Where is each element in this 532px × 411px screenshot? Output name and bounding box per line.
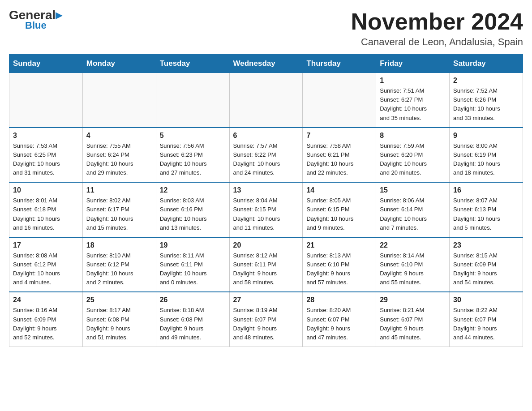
calendar-cell: 1Sunrise: 7:51 AMSunset: 6:27 PMDaylight…: [376, 73, 450, 128]
calendar-cell: [303, 73, 376, 128]
day-of-week-header: Tuesday: [156, 55, 229, 73]
day-info: Sunrise: 7:51 AMSunset: 6:27 PMDaylight:…: [380, 86, 446, 123]
day-info: Sunrise: 8:12 AMSunset: 6:11 PMDaylight:…: [233, 251, 299, 287]
day-info: Sunrise: 7:56 AMSunset: 6:23 PMDaylight:…: [160, 141, 226, 178]
day-info: Sunrise: 8:03 AMSunset: 6:16 PMDaylight:…: [160, 196, 226, 232]
day-number: 23: [453, 241, 519, 249]
calendar-cell: 30Sunrise: 8:22 AMSunset: 6:07 PMDayligh…: [450, 292, 523, 347]
day-number: 8: [380, 132, 446, 140]
day-number: 26: [160, 296, 226, 304]
day-number: 9: [453, 132, 519, 140]
day-info: Sunrise: 8:19 AMSunset: 6:07 PMDaylight:…: [233, 306, 299, 342]
day-number: 12: [160, 186, 226, 194]
days-of-week-row: SundayMondayTuesdayWednesdayThursdayFrid…: [9, 55, 523, 73]
day-number: 21: [306, 241, 372, 249]
day-info: Sunrise: 8:14 AMSunset: 6:10 PMDaylight:…: [380, 251, 446, 287]
calendar-cell: 5Sunrise: 7:56 AMSunset: 6:23 PMDaylight…: [156, 128, 229, 183]
day-of-week-header: Friday: [376, 55, 450, 73]
calendar-cell: 13Sunrise: 8:04 AMSunset: 6:15 PMDayligh…: [229, 182, 303, 237]
day-of-week-header: Sunday: [9, 55, 83, 73]
day-number: 22: [380, 241, 446, 249]
day-number: 6: [233, 132, 299, 140]
day-number: 1: [380, 77, 446, 85]
calendar-week-row: 3Sunrise: 7:53 AMSunset: 6:25 PMDaylight…: [9, 128, 523, 183]
calendar-cell: 4Sunrise: 7:55 AMSunset: 6:24 PMDaylight…: [82, 128, 156, 183]
day-info: Sunrise: 8:15 AMSunset: 6:09 PMDaylight:…: [453, 251, 519, 287]
day-number: 17: [13, 241, 79, 249]
calendar-cell: 11Sunrise: 8:02 AMSunset: 6:17 PMDayligh…: [82, 182, 156, 237]
day-number: 10: [13, 186, 79, 194]
calendar-cell: 28Sunrise: 8:20 AMSunset: 6:07 PMDayligh…: [303, 292, 376, 347]
day-of-week-header: Thursday: [303, 55, 376, 73]
day-info: Sunrise: 8:06 AMSunset: 6:14 PMDaylight:…: [380, 196, 446, 232]
calendar-cell: [156, 73, 229, 128]
day-of-week-header: Wednesday: [229, 55, 303, 73]
logo: General▸ Blue: [9, 9, 62, 31]
calendar-cell: 14Sunrise: 8:05 AMSunset: 6:15 PMDayligh…: [303, 182, 376, 237]
calendar-cell: 27Sunrise: 8:19 AMSunset: 6:07 PMDayligh…: [229, 292, 303, 347]
calendar-cell: 7Sunrise: 7:58 AMSunset: 6:21 PMDaylight…: [303, 128, 376, 183]
day-info: Sunrise: 8:16 AMSunset: 6:09 PMDaylight:…: [13, 306, 79, 342]
day-number: 14: [306, 186, 372, 194]
logo-triangle-icon: ▸: [56, 8, 62, 22]
calendar-cell: 29Sunrise: 8:21 AMSunset: 6:07 PMDayligh…: [376, 292, 450, 347]
day-number: 19: [160, 241, 226, 249]
day-number: 3: [13, 132, 79, 140]
title-block: November 2024 Canaveral de Leon, Andalus…: [351, 9, 523, 48]
calendar-table: SundayMondayTuesdayWednesdayThursdayFrid…: [9, 54, 523, 347]
day-info: Sunrise: 8:07 AMSunset: 6:13 PMDaylight:…: [453, 196, 519, 232]
day-of-week-header: Monday: [82, 55, 156, 73]
day-info: Sunrise: 7:55 AMSunset: 6:24 PMDaylight:…: [86, 141, 152, 178]
calendar-cell: 22Sunrise: 8:14 AMSunset: 6:10 PMDayligh…: [376, 237, 450, 292]
day-number: 24: [13, 296, 79, 304]
calendar-cell: 15Sunrise: 8:06 AMSunset: 6:14 PMDayligh…: [376, 182, 450, 237]
calendar-cell: 21Sunrise: 8:13 AMSunset: 6:10 PMDayligh…: [303, 237, 376, 292]
day-info: Sunrise: 8:13 AMSunset: 6:10 PMDaylight:…: [306, 251, 372, 287]
day-info: Sunrise: 8:01 AMSunset: 6:18 PMDaylight:…: [13, 196, 79, 232]
calendar-cell: 20Sunrise: 8:12 AMSunset: 6:11 PMDayligh…: [229, 237, 303, 292]
day-number: 20: [233, 241, 299, 249]
day-of-week-header: Saturday: [450, 55, 523, 73]
calendar-cell: 12Sunrise: 8:03 AMSunset: 6:16 PMDayligh…: [156, 182, 229, 237]
calendar-week-row: 17Sunrise: 8:08 AMSunset: 6:12 PMDayligh…: [9, 237, 523, 292]
location-subtitle: Canaveral de Leon, Andalusia, Spain: [351, 36, 523, 48]
calendar-cell: 26Sunrise: 8:18 AMSunset: 6:08 PMDayligh…: [156, 292, 229, 347]
calendar-cell: 24Sunrise: 8:16 AMSunset: 6:09 PMDayligh…: [9, 292, 83, 347]
calendar-cell: 23Sunrise: 8:15 AMSunset: 6:09 PMDayligh…: [450, 237, 523, 292]
day-number: 28: [306, 296, 372, 304]
day-info: Sunrise: 8:22 AMSunset: 6:07 PMDaylight:…: [453, 306, 519, 342]
day-number: 13: [233, 186, 299, 194]
day-info: Sunrise: 7:58 AMSunset: 6:21 PMDaylight:…: [306, 141, 372, 178]
day-info: Sunrise: 8:04 AMSunset: 6:15 PMDaylight:…: [233, 196, 299, 232]
calendar-cell: 8Sunrise: 7:59 AMSunset: 6:20 PMDaylight…: [376, 128, 450, 183]
calendar-cell: [82, 73, 156, 128]
calendar-header: SundayMondayTuesdayWednesdayThursdayFrid…: [9, 55, 523, 73]
calendar-cell: 17Sunrise: 8:08 AMSunset: 6:12 PMDayligh…: [9, 237, 83, 292]
calendar-cell: 9Sunrise: 8:00 AMSunset: 6:19 PMDaylight…: [450, 128, 523, 183]
day-info: Sunrise: 8:00 AMSunset: 6:19 PMDaylight:…: [453, 141, 519, 178]
day-info: Sunrise: 7:52 AMSunset: 6:26 PMDaylight:…: [453, 86, 519, 123]
calendar-body: 1Sunrise: 7:51 AMSunset: 6:27 PMDaylight…: [9, 73, 523, 347]
day-info: Sunrise: 8:10 AMSunset: 6:12 PMDaylight:…: [86, 251, 152, 287]
calendar-week-row: 1Sunrise: 7:51 AMSunset: 6:27 PMDaylight…: [9, 73, 523, 128]
page-header: General▸ Blue November 2024 Canaveral de…: [9, 9, 523, 48]
calendar-week-row: 10Sunrise: 8:01 AMSunset: 6:18 PMDayligh…: [9, 182, 523, 237]
day-number: 5: [160, 132, 226, 140]
day-info: Sunrise: 8:18 AMSunset: 6:08 PMDaylight:…: [160, 306, 226, 342]
calendar-cell: 16Sunrise: 8:07 AMSunset: 6:13 PMDayligh…: [450, 182, 523, 237]
day-number: 11: [86, 186, 152, 194]
calendar-cell: 19Sunrise: 8:11 AMSunset: 6:11 PMDayligh…: [156, 237, 229, 292]
day-info: Sunrise: 7:57 AMSunset: 6:22 PMDaylight:…: [233, 141, 299, 178]
day-info: Sunrise: 7:53 AMSunset: 6:25 PMDaylight:…: [13, 141, 79, 178]
calendar-cell: 3Sunrise: 7:53 AMSunset: 6:25 PMDaylight…: [9, 128, 83, 183]
calendar-cell: 25Sunrise: 8:17 AMSunset: 6:08 PMDayligh…: [82, 292, 156, 347]
calendar-cell: 10Sunrise: 8:01 AMSunset: 6:18 PMDayligh…: [9, 182, 83, 237]
day-info: Sunrise: 8:05 AMSunset: 6:15 PMDaylight:…: [306, 196, 372, 232]
day-number: 15: [380, 186, 446, 194]
day-info: Sunrise: 8:02 AMSunset: 6:17 PMDaylight:…: [86, 196, 152, 232]
calendar-cell: 2Sunrise: 7:52 AMSunset: 6:26 PMDaylight…: [450, 73, 523, 128]
day-number: 29: [380, 296, 446, 304]
day-info: Sunrise: 8:20 AMSunset: 6:07 PMDaylight:…: [306, 306, 372, 342]
day-info: Sunrise: 8:21 AMSunset: 6:07 PMDaylight:…: [380, 306, 446, 342]
calendar-cell: 18Sunrise: 8:10 AMSunset: 6:12 PMDayligh…: [82, 237, 156, 292]
